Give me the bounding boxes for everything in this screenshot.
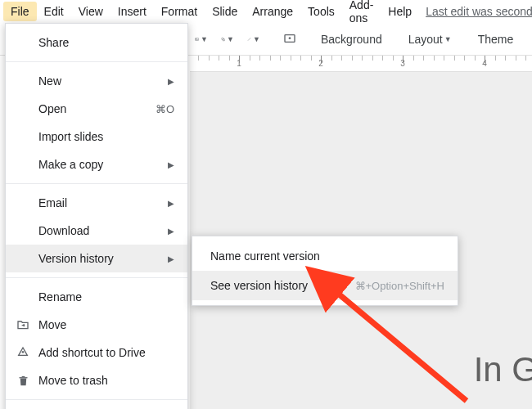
file-import-label: Import slides [38,130,103,143]
svg-rect-3 [223,38,224,40]
file-email-label: Email [38,196,67,209]
file-dropdown: Share New ▶ Open ⌘O Import slides Make a… [5,23,188,409]
layout-label: Layout [408,33,443,46]
file-move-label: Move [38,318,66,331]
svg-line-4 [248,38,250,40]
see-version-history-shortcut: ⌘+Option+Shift+H [355,280,444,292]
menu-view[interactable]: View [71,2,110,21]
chevron-down-icon: ▼ [201,35,208,43]
file-move-to-trash[interactable]: Move to trash [6,366,187,394]
file-version-history-label: Version history [38,252,114,265]
file-move[interactable]: Move [6,311,187,339]
file-download[interactable]: Download ▶ [6,217,187,245]
shape-insert-icon[interactable]: ▼ [216,28,239,51]
version-history-submenu: Name current version See version history… [192,236,458,306]
file-trash-label: Move to trash [38,374,108,387]
svg-point-2 [222,38,224,40]
menu-divider [6,183,187,184]
chevron-down-icon: ▼ [253,35,260,43]
file-rename-label: Rename [38,290,82,303]
ruler: 1 2 3 4 [190,56,532,72]
submenu-arrow-icon: ▶ [168,77,174,86]
menu-edit[interactable]: Edit [37,2,71,21]
background-button[interactable]: Background [314,28,389,51]
line-insert-icon[interactable]: ▼ [242,28,265,51]
chevron-down-icon: ▼ [444,35,452,43]
file-email[interactable]: Email ▶ [6,189,187,217]
menu-file[interactable]: File [3,2,37,21]
comment-insert-icon[interactable] [278,28,301,51]
submenu-arrow-icon: ▶ [168,254,174,263]
file-share-label: Share [38,36,69,49]
menu-divider [6,399,187,400]
menu-divider [6,61,187,62]
menu-help[interactable]: Help [381,2,419,21]
drive-shortcut-icon [16,345,30,360]
file-download-label: Download [38,224,89,237]
chevron-down-icon: ▼ [227,35,234,43]
menu-insert[interactable]: Insert [110,2,154,21]
submenu-arrow-icon: ▶ [168,160,174,169]
menu-tools[interactable]: Tools [300,2,342,21]
menubar: File Edit View Insert Format Slide Arran… [0,0,532,23]
menu-arrange[interactable]: Arrange [245,2,300,21]
file-new[interactable]: New ▶ [6,67,187,95]
menu-slide[interactable]: Slide [205,2,245,21]
file-import-slides[interactable]: Import slides [6,123,187,151]
see-version-history-label: See version history [210,279,308,292]
menu-divider [6,277,187,278]
svg-rect-0 [196,38,199,40]
file-version-history[interactable]: Version history ▶ [6,245,187,272]
file-add-shortcut-label: Add shortcut to Drive [38,346,146,359]
file-rename[interactable]: Rename [6,283,187,311]
file-open[interactable]: Open ⌘O [6,95,187,123]
folder-move-icon [16,317,30,332]
file-open-shortcut: ⌘O [156,103,174,115]
file-open-label: Open [38,102,66,115]
menu-format[interactable]: Format [154,2,205,21]
last-edit-link[interactable]: Last edit was second [426,5,532,18]
submenu-arrow-icon: ▶ [168,227,174,236]
file-make-copy[interactable]: Make a copy ▶ [6,151,187,178]
image-insert-icon[interactable]: ▼ [190,28,213,51]
theme-button[interactable]: Theme [471,28,521,51]
see-version-history[interactable]: See version history ⌘+Option+Shift+H [192,271,458,300]
layout-button[interactable]: Layout▼ [402,28,458,51]
trash-icon [16,373,30,388]
file-add-shortcut[interactable]: Add shortcut to Drive [6,339,187,366]
submenu-arrow-icon: ▶ [168,199,174,208]
file-share[interactable]: Share [6,29,187,56]
file-make-copy-label: Make a copy [38,158,103,171]
file-new-label: New [38,74,61,88]
menu-addons[interactable]: Add-ons [342,0,381,28]
name-current-version-label: Name current version [210,249,320,263]
slide-title-text: In G [474,350,532,389]
name-current-version[interactable]: Name current version [192,241,458,271]
